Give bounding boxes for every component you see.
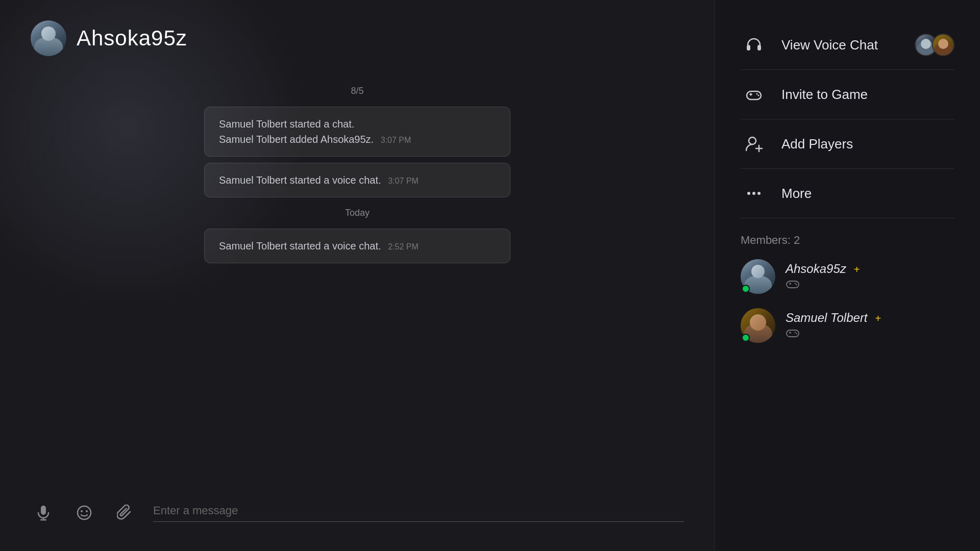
svg-point-18 <box>757 192 761 195</box>
svg-point-22 <box>795 283 796 284</box>
svg-point-27 <box>795 332 796 333</box>
more-label: More <box>781 186 954 202</box>
svg-point-5 <box>86 510 88 512</box>
svg-point-17 <box>752 192 755 195</box>
invite-to-game-label: Invite to Game <box>781 87 954 103</box>
header-avatar <box>31 20 66 56</box>
controller-status-icon-samuel <box>786 328 800 341</box>
svg-rect-0 <box>41 506 46 515</box>
controller-icon <box>741 81 767 108</box>
chat-header: Ahsoka95z <box>0 20 715 71</box>
member-name-ahsoka: Ahsoka95z + <box>786 262 860 276</box>
svg-point-3 <box>78 506 91 519</box>
message-input[interactable] <box>153 504 684 517</box>
date-divider-1: 8/5 <box>351 86 363 96</box>
messages-area: 8/5 Samuel Tolbert started a chat.Samuel… <box>0 71 715 490</box>
input-area <box>0 490 715 551</box>
svg-point-23 <box>796 284 797 285</box>
members-section: Members: 2 Ahsoka95z + <box>741 234 954 357</box>
emoji-button[interactable] <box>71 500 97 525</box>
more-dots-icon <box>741 180 767 207</box>
member-status-samuel <box>786 328 881 341</box>
message-time: 3:07 PM <box>381 136 411 144</box>
more-action[interactable]: More <box>741 169 954 218</box>
message-input-container[interactable] <box>153 504 684 522</box>
svg-point-28 <box>796 333 797 334</box>
svg-point-12 <box>758 95 760 96</box>
svg-point-4 <box>81 510 83 512</box>
member-item-ahsoka[interactable]: Ahsoka95z + <box>741 259 954 294</box>
attachment-button[interactable] <box>112 500 138 525</box>
headset-icon <box>741 32 767 58</box>
member-item-samuel[interactable]: Samuel Tolbert + <box>741 308 954 343</box>
add-person-icon <box>741 131 767 157</box>
online-indicator-samuel <box>742 334 750 342</box>
date-divider-2: Today <box>345 208 370 218</box>
member-status-ahsoka <box>786 279 860 292</box>
member-avatar-wrap-samuel <box>741 308 775 343</box>
ps-plus-ahsoka: + <box>853 264 860 276</box>
member-info-ahsoka: Ahsoka95z + <box>786 262 860 292</box>
online-indicator-ahsoka <box>742 285 750 293</box>
message-time: 3:07 PM <box>388 177 419 185</box>
message-text: Samuel Tolbert started a voice chat. <box>219 240 381 252</box>
svg-rect-6 <box>747 45 750 51</box>
message-time: 2:52 PM <box>388 242 419 251</box>
member-avatar-wrap-ahsoka <box>741 259 775 294</box>
svg-point-11 <box>756 93 758 95</box>
svg-point-16 <box>747 192 750 195</box>
svg-rect-7 <box>757 45 761 51</box>
message-bubble: Samuel Tolbert started a voice chat. 3:0… <box>204 163 510 197</box>
view-voice-chat-label: View Voice Chat <box>781 37 900 53</box>
invite-to-game-action[interactable]: Invite to Game <box>741 70 954 119</box>
message-bubble: Samuel Tolbert started a chat.Samuel Tol… <box>204 107 510 157</box>
svg-point-13 <box>749 137 756 144</box>
member-name-samuel: Samuel Tolbert + <box>786 311 881 325</box>
right-panel: View Voice Chat Invite to Game <box>715 0 980 551</box>
view-voice-chat-action[interactable]: View Voice Chat <box>741 20 954 70</box>
chat-panel: Ahsoka95z 8/5 Samuel Tolbert started a c… <box>0 0 715 551</box>
voice-chat-avatars <box>915 34 954 56</box>
add-players-label: Add Players <box>781 136 954 152</box>
member-info-samuel: Samuel Tolbert + <box>786 311 881 341</box>
message-bubble: Samuel Tolbert started a voice chat. 2:5… <box>204 229 510 263</box>
message-text: Samuel Tolbert started a voice chat. <box>219 174 381 186</box>
voice-avatar-samuel <box>932 34 954 56</box>
message-text: Samuel Tolbert started a chat.Samuel Tol… <box>219 118 374 145</box>
ps-plus-samuel: + <box>875 313 881 324</box>
main-layout: Ahsoka95z 8/5 Samuel Tolbert started a c… <box>0 0 980 551</box>
add-players-action[interactable]: Add Players <box>741 119 954 169</box>
members-title: Members: 2 <box>741 234 954 247</box>
chat-title: Ahsoka95z <box>77 26 187 51</box>
controller-status-icon <box>786 279 800 292</box>
microphone-button[interactable] <box>31 500 56 525</box>
